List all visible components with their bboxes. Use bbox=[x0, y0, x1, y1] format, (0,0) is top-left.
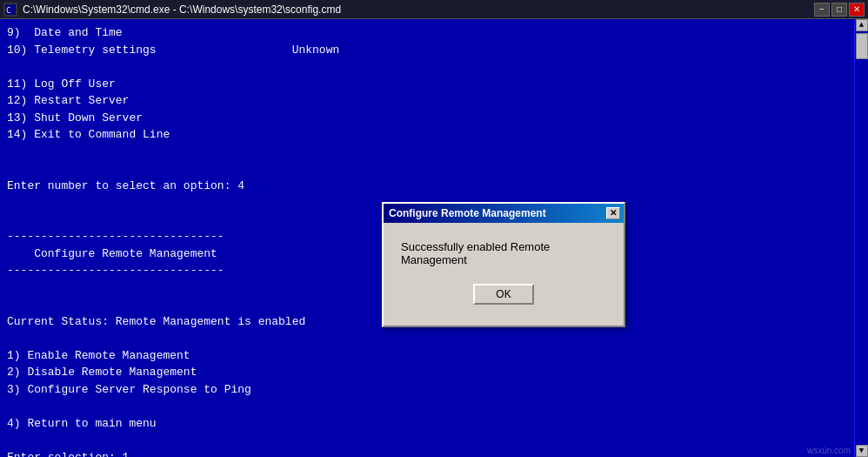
cmd-icon: C bbox=[3, 3, 17, 17]
configure-remote-management-dialog: Configure Remote Management ✕ Successful… bbox=[382, 202, 625, 327]
titlebar: C C:\Windows\System32\cmd.exe - C:\Windo… bbox=[0, 0, 868, 19]
scrollbar-thumb[interactable] bbox=[856, 33, 868, 59]
titlebar-title: C:\Windows\System32\cmd.exe - C:\Windows… bbox=[23, 3, 341, 16]
dialog-title: Configure Remote Management bbox=[389, 207, 546, 219]
dialog-titlebar: Configure Remote Management ✕ bbox=[384, 204, 624, 223]
minimize-button[interactable]: − bbox=[814, 3, 830, 17]
dialog-close-button[interactable]: ✕ bbox=[606, 207, 620, 219]
dialog-body: Successfully enabled Remote Management O… bbox=[384, 223, 624, 326]
dialog-footer: OK bbox=[401, 284, 606, 317]
scrollbar-down-button[interactable]: ▼ bbox=[856, 445, 868, 457]
close-button[interactable]: ✕ bbox=[849, 3, 865, 17]
scrollbar-up-button[interactable]: ▲ bbox=[856, 19, 868, 31]
restore-button[interactable]: □ bbox=[831, 3, 847, 17]
scrollbar[interactable]: ▲ ▼ bbox=[854, 19, 868, 457]
titlebar-left: C C:\Windows\System32\cmd.exe - C:\Windo… bbox=[3, 3, 341, 17]
watermark: wsxún.com bbox=[807, 446, 851, 455]
svg-text:C: C bbox=[6, 6, 10, 15]
dialog-message: Successfully enabled Remote Management bbox=[401, 240, 606, 266]
dialog-ok-button[interactable]: OK bbox=[473, 284, 534, 305]
console-window: 9) Date and Time 10) Telemetry settings … bbox=[0, 19, 868, 457]
titlebar-controls: − □ ✕ bbox=[814, 3, 865, 17]
